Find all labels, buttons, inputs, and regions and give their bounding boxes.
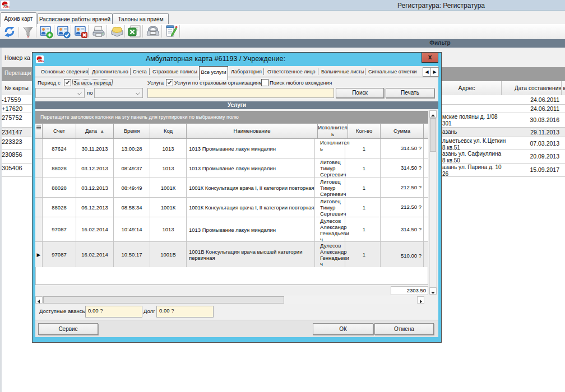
svg-text:AM+: AM+ xyxy=(38,59,44,63)
svg-text:AM+: AM+ xyxy=(3,5,10,8)
